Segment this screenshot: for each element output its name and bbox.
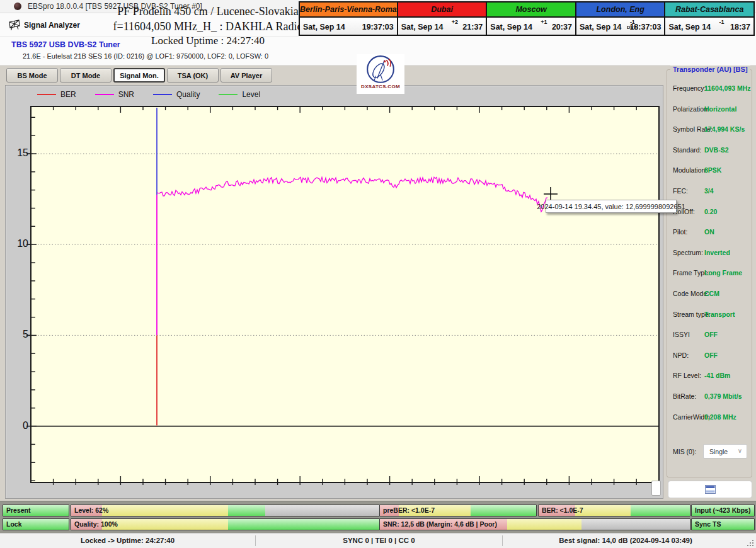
clock-city-name: Moscow — [487, 3, 575, 18]
transponder-field-value: 0,208 MHz — [704, 413, 736, 421]
transponder-field-label: ISSYI — [673, 331, 690, 338]
stream-list-icon — [705, 485, 716, 494]
bar-zone-yellow — [102, 505, 228, 516]
resize-grip[interactable] — [747, 539, 754, 547]
legend-label-level: Level — [242, 90, 260, 99]
transponder-row: Modulation:8PSK — [667, 166, 752, 176]
transponder-field-label: NPD: — [673, 351, 689, 359]
transponder-row: Frequency:11604,093 MHz — [667, 84, 752, 94]
signal-bar-label: SNR: 12,5 dB (Margin: 4,6 dB | Poor) — [383, 520, 497, 528]
clock-time: 19:37:03 — [362, 23, 394, 31]
tab-signal-mon-[interactable]: Signal Mon. — [113, 68, 165, 83]
signal-bar-sync: Sync TS — [691, 518, 755, 530]
signal-bar-label: Quality: 100% — [74, 520, 118, 528]
clock-date: Sat, Sep 14 — [490, 23, 532, 31]
transponder-row: Pilot:ON — [667, 228, 752, 238]
signal-bar-label: Input (~423 Kbps) — [695, 506, 750, 514]
transponder-field-value: 0.20 — [704, 208, 717, 215]
bar-zone-green — [228, 505, 265, 516]
mode-tabs: BS ModeDT ModeSignal Mon.TSA (OK)AV Play… — [6, 68, 272, 83]
clock-date: Sat, Sep 14 — [401, 23, 444, 31]
signal-chart-plot[interactable] — [31, 106, 659, 482]
transponder-field-value: CCM — [704, 290, 719, 297]
signal-bar-label: Level: 62% — [74, 506, 108, 514]
y-axis-tick-label: 10 — [11, 238, 28, 249]
signal-bar-ber: BER: <1.0E-7 — [538, 505, 690, 517]
signal-bar-label: preBER: <1.0E-7 — [383, 506, 435, 514]
clock-moscow: MoscowSat, Sep 14+120:37 — [487, 3, 576, 35]
dxsatcs-logo-text: DXSATCS.COM — [361, 84, 400, 89]
clock-london-eng: London, EngSat, Sep 14-1DST18:37:03 — [576, 3, 666, 35]
transponder-field-value: Horizontal — [704, 105, 736, 113]
chart-cursor-tooltip: 2024-09-14 19.34.45, value: 12,699999809… — [546, 200, 677, 213]
signal-bar-preber: preBER: <1.0E-7 — [379, 505, 537, 517]
transponder-field-value: 174,994 KS/s — [704, 125, 745, 133]
transponder-field-value: Transport — [704, 311, 735, 318]
clock-date: Sat, Sep 14 — [668, 23, 711, 31]
clock-city-name: London, Eng — [576, 3, 665, 18]
tab-dt-mode[interactable]: DT Mode — [60, 68, 112, 83]
transponder-field-label: Pilot: — [673, 228, 687, 236]
clock-utc-offset: +2 — [452, 19, 458, 25]
transponder-row: Standard:DVB-S2 — [667, 146, 752, 156]
toolbar-title: Signal Analyzer — [24, 21, 80, 30]
transponder-row-mis: MIS (0):Single∨ — [667, 448, 752, 458]
satellite-dish-icon — [8, 19, 21, 31]
transponder-row: CarrierWidth:0,208 MHz — [667, 413, 752, 423]
legend-label-ber: BER — [60, 90, 76, 99]
transponder-panel-title: Transponder (AU) [BS] — [670, 66, 750, 73]
tab-bs-mode[interactable]: BS Mode — [6, 68, 58, 83]
transponder-field-value: OFF — [704, 331, 718, 338]
bar-zone-gray — [265, 505, 379, 516]
signal-bar-quality: Quality: 100% — [71, 518, 380, 530]
legend-label-quality: Quality — [176, 90, 200, 99]
clock-city-name: Dubai — [398, 3, 486, 18]
clock-utc-offset: +1 — [541, 19, 547, 25]
bar-zone-yellow — [507, 519, 581, 530]
clock-time: 21:37 — [462, 23, 483, 31]
transponder-field-label: Frequency: — [673, 84, 706, 92]
clock-body: Sat, Sep 14-1DST18:37:03 — [576, 18, 665, 35]
clock-time: 18:37:03 — [629, 23, 661, 31]
transponder-field-label: BitRate: — [673, 392, 696, 400]
clock-body: Sat, Sep 14-118:37 — [665, 18, 753, 35]
clock-city-name: Rabat-Casablanca — [665, 3, 753, 18]
signal-bar-label: Present — [6, 506, 31, 514]
dxsatcs-logo-image — [365, 54, 396, 86]
transponder-row: FEC:3/4 — [667, 187, 752, 197]
clock-body: Sat, Sep 14+120:37 — [487, 18, 575, 35]
tab-tsa-ok-[interactable]: TSA (OK) — [167, 68, 219, 83]
app-icon — [14, 3, 21, 10]
tab-av-player[interactable]: AV Player — [220, 68, 272, 83]
clock-dubai: DubaiSat, Sep 14+221:37 — [398, 3, 488, 35]
signal-bar-lock: Lock — [3, 518, 69, 530]
status-lock-uptime: Locked -> Uptime: 24:27:40 — [0, 534, 255, 548]
signal-status-bars: PresentLevel: 62%preBER: <1.0E-7BER: <1.… — [0, 501, 756, 534]
legend-swatch-ber — [37, 94, 56, 95]
transponder-row: Frame Type:Long Frame — [667, 269, 752, 279]
clock-date: Sat, Sep 14 — [580, 23, 622, 31]
transponder-list-button[interactable] — [668, 481, 752, 498]
signal-bar-input: Input (~423 Kbps) — [691, 505, 755, 517]
transponder-field-value: 11604,093 MHz — [704, 84, 751, 92]
bar-zone-green — [631, 505, 690, 516]
tuner-name: TBS 5927 USB DVB-S2 Tuner — [11, 40, 120, 49]
status-sync-counters: SYNC 0 | TEI 0 | CC 0 — [256, 534, 502, 548]
transponder-field-value: Long Frame — [704, 269, 742, 277]
signal-bar-label: Sync TS — [695, 520, 721, 528]
clock-utc-offset: -1 — [719, 19, 724, 25]
status-bar: Locked -> Uptime: 24:27:40 SYNC 0 | TEI … — [0, 533, 756, 548]
transponder-field-value: DVB-S2 — [704, 146, 729, 154]
transponder-row: Stream type:Transport — [667, 311, 752, 321]
y-axis-tick-label: 5 — [11, 329, 28, 340]
chart-scroll-button[interactable] — [651, 481, 661, 496]
signal-bar-label: BER: <1.0E-7 — [542, 506, 583, 514]
transponder-field-value: 0,379 Mbit/s — [704, 392, 742, 400]
transponder-field-label: Code Mode: — [673, 290, 709, 297]
mis-dropdown[interactable]: Single∨ — [703, 444, 747, 459]
signal-chart-panel: BERSNRQualityLevel 051015 — [5, 85, 663, 499]
window-title: EBSpro 18.0.0.4 [TBS 5927 USB DVB-S2 Tun… — [28, 2, 202, 11]
bar-zone-yellow — [102, 519, 228, 530]
dxsatcs-logo: DXSATCS.COM — [357, 54, 404, 94]
status-best-signal: Best signal: 14,0 dB (2024-09-14 03:49) — [503, 534, 748, 548]
